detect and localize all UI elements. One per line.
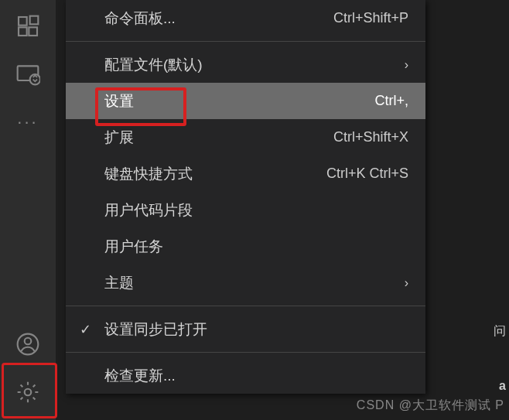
settings-gear-icon[interactable]: [15, 380, 40, 405]
menu-label: 命令面板...: [104, 9, 333, 29]
menu-label: 键盘快捷方式: [104, 164, 326, 184]
menu-label: 设置同步已打开: [104, 319, 408, 340]
menu-user-tasks[interactable]: 用户任务: [66, 228, 425, 265]
remote-explorer-icon[interactable]: [15, 62, 40, 87]
menu-check-updates[interactable]: 检查更新...: [66, 357, 425, 394]
svg-rect-1: [19, 27, 27, 36]
extensions-icon[interactable]: [15, 14, 40, 39]
menu-label: 检查更新...: [104, 366, 408, 386]
check-icon: ✓: [80, 321, 91, 338]
svg-point-8: [25, 389, 32, 396]
watermark: CSDN @大卫软件测试 P: [357, 398, 504, 414]
accounts-icon[interactable]: [15, 332, 40, 357]
edge-text: 问: [494, 323, 506, 340]
activity-bar: ···: [0, 0, 56, 420]
menu-profiles[interactable]: 配置文件(默认) ›: [66, 46, 425, 83]
menu-keyboard-shortcuts[interactable]: 键盘快捷方式 Ctrl+K Ctrl+S: [66, 155, 425, 192]
menu-shortcut: Ctrl+K Ctrl+S: [326, 166, 408, 182]
svg-rect-3: [30, 16, 39, 25]
menu-label: 配置文件(默认): [104, 55, 405, 75]
svg-rect-0: [19, 17, 27, 26]
menu-separator: [66, 352, 425, 353]
menu-label: 用户代码片段: [104, 200, 408, 220]
menu-shortcut: Ctrl+Shift+P: [333, 10, 408, 26]
settings-context-menu: 命令面板... Ctrl+Shift+P 配置文件(默认) › 设置 Ctrl+…: [66, 0, 425, 394]
menu-separator: [66, 306, 425, 306]
menu-settings-sync[interactable]: ✓ 设置同步已打开: [66, 311, 425, 347]
svg-rect-2: [29, 27, 37, 36]
menu-label: 用户任务: [104, 237, 408, 257]
menu-shortcut: Ctrl+,: [374, 93, 408, 109]
chevron-right-icon: ›: [405, 58, 408, 72]
chevron-right-icon: ›: [405, 276, 408, 290]
menu-user-snippets[interactable]: 用户代码片段: [66, 192, 425, 228]
menu-label: 设置: [104, 91, 374, 111]
more-icon[interactable]: ···: [15, 110, 40, 135]
menu-extensions[interactable]: 扩展 Ctrl+Shift+X: [66, 119, 425, 155]
menu-settings[interactable]: 设置 Ctrl+,: [66, 83, 425, 119]
menu-command-palette[interactable]: 命令面板... Ctrl+Shift+P: [66, 0, 425, 36]
menu-separator: [66, 41, 425, 42]
menu-label: 扩展: [104, 128, 333, 148]
edge-text: a: [499, 379, 506, 393]
menu-label: 主题: [104, 273, 405, 293]
menu-themes[interactable]: 主题 ›: [66, 265, 425, 301]
svg-point-7: [25, 338, 32, 345]
menu-shortcut: Ctrl+Shift+X: [333, 129, 408, 145]
